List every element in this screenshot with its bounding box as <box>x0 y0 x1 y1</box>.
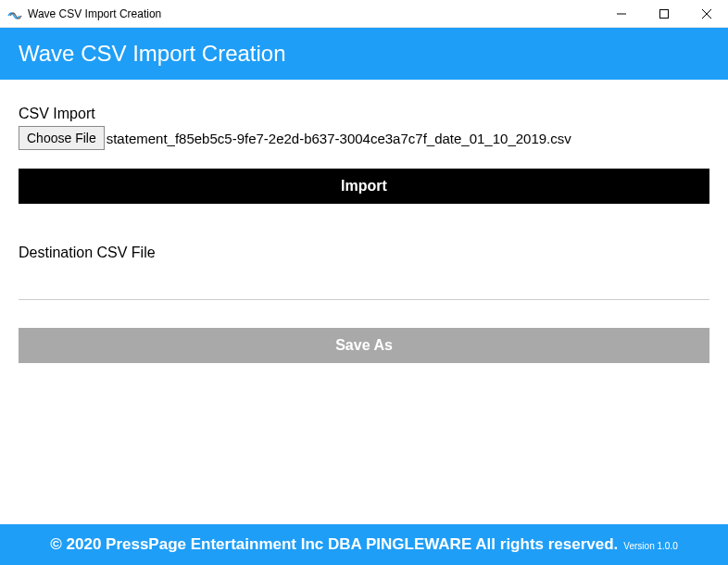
page-title: Wave CSV Import Creation <box>19 41 286 66</box>
app-icon <box>7 6 22 21</box>
page-header: Wave CSV Import Creation <box>0 28 728 80</box>
close-button[interactable] <box>685 0 728 27</box>
footer-version: Version 1.0.0 <box>623 541 677 551</box>
titlebar-left: Wave CSV Import Creation <box>7 6 161 21</box>
file-input-row: Choose File statement_f85eb5c5-9fe7-2e2d… <box>19 126 709 150</box>
selected-filename: statement_f85eb5c5-9fe7-2e2d-b637-3004ce… <box>107 131 571 146</box>
footer-copyright: © 2020 PressPage Entertainment Inc DBA P… <box>50 535 618 554</box>
destination-input[interactable] <box>19 265 709 300</box>
window-title: Wave CSV Import Creation <box>28 7 161 20</box>
minimize-button[interactable] <box>600 0 643 27</box>
svg-rect-1 <box>660 9 669 18</box>
window-titlebar: Wave CSV Import Creation <box>0 0 728 28</box>
main-content: CSV Import Choose File statement_f85eb5c… <box>0 80 728 363</box>
choose-file-button[interactable]: Choose File <box>19 126 105 150</box>
save-as-button[interactable]: Save As <box>19 328 709 363</box>
maximize-button[interactable] <box>643 0 685 27</box>
csv-import-label: CSV Import <box>19 106 709 122</box>
import-button[interactable]: Import <box>19 169 709 204</box>
footer: © 2020 PressPage Entertainment Inc DBA P… <box>0 524 728 565</box>
window-controls <box>600 0 728 27</box>
destination-label: Destination CSV File <box>19 245 709 261</box>
